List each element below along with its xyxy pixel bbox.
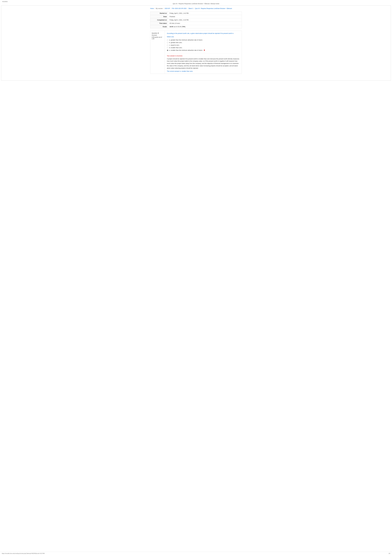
points-total: 1.50 [152, 38, 154, 40]
quiz-info-grade: Grade 18.50 out of 25.00 (74%) [150, 25, 242, 28]
time-taken-value: 43 mins 14 secs [168, 22, 242, 25]
incorrect-mark-icon: ✖ [204, 49, 205, 51]
state-value: Finished [168, 15, 242, 18]
question-number-value: 1 [158, 32, 159, 34]
breadcrumb-separator-1: / [155, 8, 155, 9]
breadcrumb-quiz[interactable]: Quiz #3 - Requires Respondus LockDown Br… [195, 8, 232, 9]
points-label: points out of [155, 37, 162, 38]
grade-percent: 74% [182, 26, 185, 28]
breadcrumb-separator-5: / [194, 8, 194, 9]
points-earned: 0.00 [152, 37, 154, 38]
question-content: According to the present worth rule, a g… [165, 31, 242, 74]
question-block: Question 1 Incorrect 0.00 points out of … [150, 31, 242, 74]
completed-on-value: Friday, April 2, 2021, 2:24 PM [168, 18, 242, 22]
feedback-status: Your answer is incorrect. [167, 55, 240, 57]
quiz-info-state: State Finished [150, 15, 242, 18]
quiz-info-time: Time taken 43 mins 14 secs [150, 22, 242, 25]
answer-option-e: e. smaller than the minimum attractive r… [167, 49, 240, 51]
quiz-info-table: Started on Friday, April 2, 2021, 1:41 P… [150, 12, 242, 28]
breadcrumb-mycourses: My courses [156, 8, 163, 9]
select-one-label: Select one: [167, 36, 240, 37]
completed-on-label: Completed on [150, 18, 168, 22]
answer-text-c: c. equal to zero. [169, 44, 180, 46]
breadcrumb-year[interactable]: 2020-SP [165, 8, 170, 9]
breadcrumb-separator-4: / [187, 8, 188, 9]
answer-text-d: d. smaller than zero. [169, 47, 182, 49]
breadcrumb-home[interactable]: Home [150, 8, 154, 9]
grade-label: Grade [150, 25, 168, 28]
answer-options: a. greater than the minimum attractive r… [167, 39, 240, 51]
grade-value: 18.50 out of 25.00 (74%) [168, 25, 242, 28]
breadcrumb: Home / My courses / 2020-SP / FIN--5203-… [150, 7, 242, 12]
answer-option-a: a. greater than the minimum attractive r… [167, 39, 240, 41]
question-points: 0.00 points out of 1.50 [152, 37, 164, 40]
breadcrumb-separator-2: / [164, 8, 164, 9]
question-sidebar: Question 1 Incorrect 0.00 points out of … [150, 31, 165, 74]
answer-text-e: e. smaller than the minimum attractive r… [169, 49, 203, 51]
radio-c [167, 44, 168, 46]
breadcrumb-course[interactable]: FIN--5203-1D2-SP-2020 [172, 8, 186, 9]
radio-b [167, 42, 168, 43]
feedback-explanation: A project should be rejected if its pres… [167, 58, 240, 69]
breadcrumb-separator-3: / [171, 8, 171, 9]
feedback-section: Your answer is incorrect. A project shou… [167, 53, 240, 72]
answer-option-d: d. smaller than zero. [167, 46, 240, 49]
question-number: Question 1 [152, 32, 164, 34]
radio-d [167, 47, 168, 49]
state-label: State [150, 15, 168, 18]
started-on-label: Started on [150, 12, 168, 15]
grade-value-bold: 18.50 [170, 26, 173, 28]
answer-text-a: a. greater than the minimum attractive r… [169, 39, 203, 41]
quiz-info-completed: Completed on Friday, April 2, 2021, 2:24… [150, 18, 242, 22]
correct-answer: The correct answer is: smaller than zero… [167, 70, 240, 72]
question-text: According to the present worth rule, a g… [167, 32, 240, 35]
answer-option-b: b. greater than zero. [167, 41, 240, 44]
answer-text-b: b. greater than zero. [169, 42, 182, 43]
page-title: Quiz #3 - Requires Respondus LockDown Br… [0, 2, 392, 5]
question-status: Incorrect [152, 34, 164, 36]
page-date: 4/12/2021 [0, 0, 392, 2]
answer-option-c: c. equal to zero. [167, 44, 240, 46]
radio-e [167, 50, 168, 51]
radio-a [167, 39, 168, 41]
quiz-info-started: Started on Friday, April 2, 2021, 1:41 P… [150, 12, 242, 15]
time-taken-label: Time taken [150, 22, 168, 25]
started-on-value: Friday, April 2, 2021, 1:41 PM [168, 12, 242, 15]
breadcrumb-week[interactable]: Week 3 [189, 8, 193, 9]
